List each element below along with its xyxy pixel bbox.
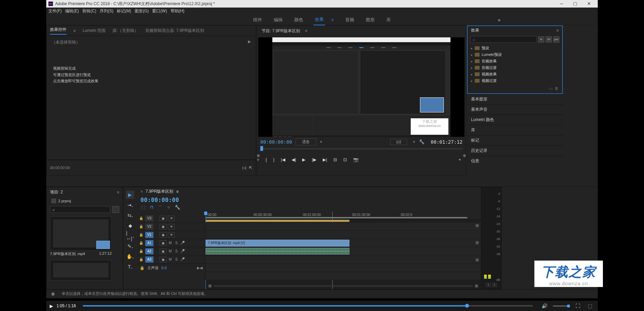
workspace-effects-menu[interactable]: ≡	[330, 15, 335, 24]
volume-icon[interactable]: 🔊	[542, 303, 547, 309]
timeline-timecode[interactable]: 00:00:00:00	[140, 196, 179, 203]
lift-icon[interactable]: ⊟	[333, 157, 337, 162]
wide-icon[interactable]: ⬚	[588, 303, 592, 309]
track-height-handle[interactable]	[475, 241, 479, 244]
export-frame-icon[interactable]: 📷	[353, 157, 359, 162]
expand-icon[interactable]: ▶◀	[197, 266, 202, 270]
snap-icon[interactable]: ⊓	[150, 205, 153, 211]
step-forward-icon[interactable]: |▶	[312, 157, 316, 162]
toggle-output-icon[interactable]: ▣	[160, 216, 166, 221]
workspace-overflow[interactable]: »	[496, 15, 502, 25]
workspace-audio[interactable]: 音频	[344, 15, 356, 25]
voice-record-icon[interactable]: 🎤	[180, 249, 185, 253]
program-preview[interactable]: 下载之家 www.downza.cn	[258, 37, 465, 137]
marker-add-icon[interactable]: ▿	[168, 205, 170, 211]
voice-record-icon[interactable]: 🎤	[180, 241, 185, 245]
out-point-icon[interactable]: }	[273, 157, 274, 162]
step-back-icon[interactable]: ◀|	[292, 157, 296, 162]
effects-folder-lumetri[interactable]: ▸Lumetri预设	[471, 51, 559, 58]
toggle-output-icon[interactable]: ▣	[160, 232, 166, 238]
close-sequence-icon[interactable]: ×	[140, 189, 143, 194]
play-button[interactable]: ▶	[302, 157, 306, 162]
ripple-edit-tool[interactable]: ⇆▸	[126, 211, 134, 219]
pen-tool[interactable]: ✎▸	[126, 242, 134, 250]
mute-m-icon[interactable]: M	[168, 241, 173, 245]
zoom-dropdown-arrow[interactable]: ▼	[320, 140, 323, 144]
tab-source[interactable]: 源:（无剪辑）	[112, 28, 138, 34]
workspace-assembly[interactable]: 组件	[252, 15, 263, 25]
track-a3-header[interactable]: 🔒A3▣MS🎤	[137, 255, 205, 264]
track-a2-header[interactable]: 🔒A2▣MS🎤	[137, 247, 205, 255]
volume-slider[interactable]	[553, 306, 570, 307]
toggle-output-icon[interactable]: ▣	[160, 224, 166, 229]
player-progress-bar[interactable]	[83, 305, 533, 307]
linked-selection-icon[interactable]: ⌒	[158, 205, 163, 211]
resolution-dropdown[interactable]: 1/2	[390, 139, 407, 145]
effects-panel-menu[interactable]: ≡	[556, 28, 559, 33]
project-filter-icon[interactable]	[112, 206, 119, 213]
settings-wrench-icon[interactable]: 🔧	[175, 205, 180, 211]
effects-folder-video-trans[interactable]: ▸视频过渡	[471, 77, 559, 84]
maximize-button[interactable]: ▢	[568, 0, 582, 7]
project-file-row[interactable]: 2.prproj	[47, 197, 123, 205]
menu-file[interactable]: 文件(F)	[48, 8, 62, 14]
type-tool[interactable]: T▸	[126, 263, 134, 271]
timeline-panel-menu[interactable]: ≡	[176, 189, 178, 194]
panel-history[interactable]: 历史记录	[467, 145, 563, 156]
menu-sequence[interactable]: 序列(S)	[100, 8, 113, 14]
toggle-sync-icon[interactable]: 👁	[168, 216, 175, 221]
track-height-handle[interactable]	[475, 258, 479, 262]
minimize-button[interactable]: ─	[555, 0, 568, 7]
panel-libraries[interactable]: 库	[467, 125, 563, 135]
video-clip[interactable]: 7.9PR版本区别 .mp4 [V]	[206, 240, 349, 247]
selection-tool[interactable]: ▶	[126, 191, 134, 199]
program-panel-menu[interactable]: ≡	[305, 28, 307, 33]
track-v1-header[interactable]: 🔒V1▣👁	[137, 231, 205, 239]
effects-filter-2[interactable]: 32	[546, 36, 552, 43]
workspace-graphics[interactable]: 图形	[364, 15, 376, 25]
lock-icon[interactable]: 🔒	[140, 266, 145, 270]
lock-icon[interactable]: 🔒	[138, 225, 144, 228]
solo-s-icon[interactable]: S	[174, 241, 179, 245]
workspace-color[interactable]: 颜色	[293, 15, 305, 25]
settings-icon[interactable]: 🔧	[419, 139, 424, 144]
voice-record-icon[interactable]: 🎤	[180, 257, 185, 262]
track-height-handle[interactable]	[475, 224, 479, 227]
panel-lumetri-color[interactable]: Lumetri 颜色	[467, 115, 563, 125]
effects-filter-3[interactable]: yuv	[553, 36, 559, 43]
master-track-header[interactable]: 🔒主声道0.0▶◀	[137, 264, 205, 272]
menu-window[interactable]: 窗口(W)	[152, 8, 167, 14]
extract-icon[interactable]: ⊡	[343, 157, 347, 162]
effect-controls-menu[interactable]: ≡	[73, 28, 76, 33]
workspace-editing[interactable]: 编辑	[272, 15, 284, 25]
timeline-ruler[interactable]: :00:00 00:00:30:00 00:01:00:00 00:01:30:…	[206, 212, 481, 220]
lock-icon[interactable]: 🔒	[138, 241, 144, 245]
loop-icon[interactable]: ▷|	[243, 166, 246, 170]
toggle-sync-icon[interactable]: 👁	[168, 232, 175, 238]
sequence-name[interactable]: 7.9PR版本区别	[146, 189, 173, 194]
effects-folder-audio-trans[interactable]: ▸音频过渡	[471, 64, 559, 71]
menu-marker[interactable]: 标记(M)	[117, 8, 131, 14]
workspace-effects[interactable]: 效果	[313, 14, 325, 25]
tab-effect-controls[interactable]: 效果控件	[50, 27, 66, 35]
in-point-icon[interactable]: {	[265, 157, 267, 162]
menu-clip[interactable]: 剪辑(C)	[82, 8, 96, 14]
mute-icon[interactable]: ▣	[160, 249, 166, 254]
menu-graphics[interactable]: 图形(G)	[135, 8, 149, 14]
effects-folder-presets[interactable]: ▸预设	[471, 45, 559, 51]
panel-essential-graphics[interactable]: 基本图形	[467, 94, 563, 104]
tab-audio-clip-mixer[interactable]: 音频剪辑混合器: 7.9PR版本区别	[145, 28, 204, 34]
program-scrubber[interactable]	[257, 147, 466, 155]
toggle-sync-icon[interactable]: 👁	[168, 224, 175, 229]
go-to-out-icon[interactable]: ▶|	[323, 157, 327, 162]
project-panel-menu[interactable]: ≡	[117, 190, 119, 195]
track-v2-header[interactable]: 🔒V2▣👁	[137, 223, 205, 231]
lock-icon[interactable]: 🔒	[138, 249, 144, 253]
close-button[interactable]: ✕	[582, 0, 596, 7]
project-search-input[interactable]: ⌕	[50, 206, 110, 213]
effects-folder-video-fx[interactable]: ▸视频效果	[471, 71, 559, 77]
project-clip-item[interactable]: 7.9PR版本区别 .mp41:27:12	[50, 216, 112, 257]
lock-icon[interactable]: 🔒	[138, 258, 144, 261]
panel-toggle-icon[interactable]: ▶	[248, 39, 251, 44]
effects-search-input[interactable]: ⌕	[470, 36, 537, 43]
